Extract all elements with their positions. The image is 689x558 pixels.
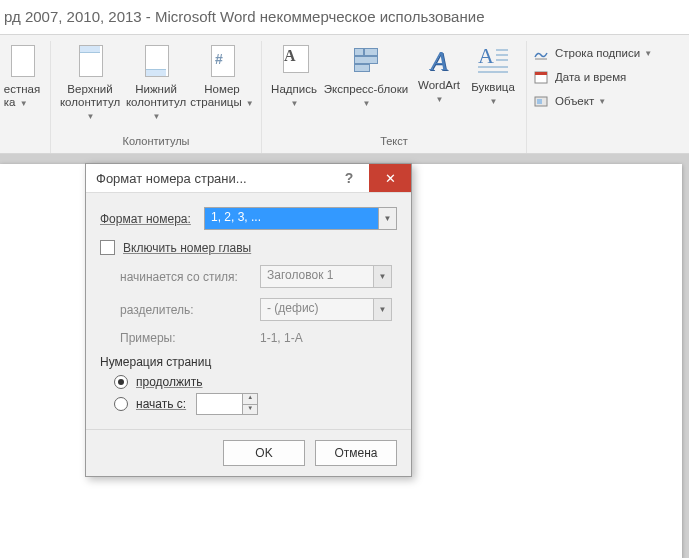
page-numbering-label: Нумерация страниц xyxy=(100,355,397,369)
start-at-label: начать с: xyxy=(136,397,186,411)
sigline-label: Строка подписи xyxy=(555,47,640,59)
number-format-value: 1, 2, 3, ... xyxy=(205,208,378,229)
dropcap-label: Буквица xyxy=(471,81,515,93)
chevron-down-icon: ▼ xyxy=(598,97,606,106)
continue-label: продолжить xyxy=(136,375,202,389)
spin-down-icon[interactable]: ▼ xyxy=(243,405,257,415)
svg-rect-4 xyxy=(537,99,542,104)
truncated-label-1: естная xyxy=(4,83,40,95)
include-chapter-label: Включить номер главы xyxy=(123,241,251,255)
truncated-label-2: ка xyxy=(4,96,16,108)
chapter-style-value: Заголовок 1 xyxy=(261,266,373,287)
signature-line-button[interactable]: Строка подписи ▼ xyxy=(531,43,654,63)
dialog-title: Формат номера страни... xyxy=(96,171,329,186)
help-icon: ? xyxy=(345,170,354,186)
ok-label: OK xyxy=(255,446,272,460)
examples-value: 1-1, 1-A xyxy=(260,331,303,345)
page-number-button[interactable]: # Номер страницы ▼ xyxy=(189,41,255,110)
signature-icon xyxy=(533,45,549,61)
header-button[interactable]: Верхний колонтитул ▼ xyxy=(57,41,123,123)
close-icon: ✕ xyxy=(385,171,396,186)
chevron-down-icon: ▼ xyxy=(644,49,652,58)
chevron-down-icon: ▼ xyxy=(363,99,371,108)
group-label-empty xyxy=(20,135,23,150)
pgnum-label-2: страницы xyxy=(190,96,241,108)
examples-label: Примеры: xyxy=(120,331,260,345)
wordart-label: WordArt xyxy=(418,79,460,91)
footer-icon xyxy=(139,43,173,79)
chevron-down-icon: ▼ xyxy=(246,99,254,108)
textbox-label: Надпись xyxy=(271,83,317,95)
quick-parts-button[interactable]: Экспресс-блоки ▼ xyxy=(320,41,412,110)
drop-cap-button[interactable]: A Буквица ▼ xyxy=(466,41,520,108)
cancel-button[interactable]: Отмена xyxy=(315,440,397,466)
chevron-down-icon: ▼ xyxy=(153,112,161,121)
textbox-icon: A xyxy=(277,43,311,79)
group-label-colontitles: Колонтитулы xyxy=(123,135,190,150)
separator-label: разделитель: xyxy=(120,303,260,317)
chevron-down-icon: ▼ xyxy=(373,266,391,287)
chevron-down-icon: ▼ xyxy=(20,99,28,108)
date-time-button[interactable]: Дата и время xyxy=(531,67,654,87)
footer-label-1: Нижний xyxy=(135,83,177,95)
header-label-2: колонтитул xyxy=(60,96,120,108)
object-label: Объект xyxy=(555,95,594,107)
object-icon xyxy=(533,93,549,109)
object-button[interactable]: Объект ▼ xyxy=(531,91,654,111)
start-at-radio[interactable] xyxy=(114,397,128,411)
window-title: рд 2007, 2010, 2013 - Microsoft Word нек… xyxy=(0,0,689,34)
page-number-icon: # xyxy=(205,43,239,79)
svg-rect-2 xyxy=(535,72,547,75)
number-format-label: Формат номера: xyxy=(100,212,204,226)
start-at-input[interactable]: ▲ ▼ xyxy=(196,393,258,415)
separator-value: - (дефис) xyxy=(261,299,373,320)
textbox-button[interactable]: A Надпись ▼ xyxy=(268,41,320,110)
chevron-down-icon: ▼ xyxy=(490,97,498,106)
start-at-value xyxy=(197,394,242,414)
wordart-icon: A xyxy=(430,43,447,77)
include-chapter-checkbox[interactable] xyxy=(100,240,115,255)
quickparts-label: Экспресс-блоки xyxy=(324,83,408,95)
chevron-down-icon: ▼ xyxy=(373,299,391,320)
chevron-down-icon: ▼ xyxy=(87,112,95,121)
continue-radio[interactable] xyxy=(114,375,128,389)
page-number-format-dialog: Формат номера страни... ? ✕ Формат номер… xyxy=(85,163,412,477)
footer-button[interactable]: Нижний колонтитул ▼ xyxy=(123,41,189,123)
drop-cap-icon: A xyxy=(476,43,510,79)
page-icon xyxy=(5,43,39,79)
separator-combo: - (дефис) ▼ xyxy=(260,298,392,321)
header-icon xyxy=(73,43,107,79)
chevron-down-icon: ▼ xyxy=(436,95,444,104)
dialog-close-button[interactable]: ✕ xyxy=(369,164,411,192)
pgnum-label-1: Номер xyxy=(204,83,239,95)
dialog-help-button[interactable]: ? xyxy=(329,164,369,192)
footer-label-2: колонтитул xyxy=(126,96,186,108)
datetime-label: Дата и время xyxy=(555,71,626,83)
quick-parts-icon xyxy=(349,43,383,79)
ok-button[interactable]: OK xyxy=(223,440,305,466)
chevron-down-icon[interactable]: ▼ xyxy=(378,208,396,229)
ribbon: естная ка ▼ Верхний колонтитул ▼ xyxy=(0,35,689,154)
number-format-combo[interactable]: 1, 2, 3, ... ▼ xyxy=(204,207,397,230)
ribbon-item-truncated[interactable]: естная ка ▼ xyxy=(0,41,44,110)
calendar-icon xyxy=(533,69,549,85)
spin-up-icon[interactable]: ▲ xyxy=(243,394,257,405)
chapter-style-label: начинается со стиля: xyxy=(120,270,260,284)
cancel-label: Отмена xyxy=(334,446,377,460)
chevron-down-icon: ▼ xyxy=(291,99,299,108)
dialog-titlebar[interactable]: Формат номера страни... ? ✕ xyxy=(86,164,411,193)
header-label-1: Верхний xyxy=(67,83,112,95)
chapter-style-combo: Заголовок 1 ▼ xyxy=(260,265,392,288)
wordart-button[interactable]: A WordArt ▼ xyxy=(412,41,466,106)
group-label-text: Текст xyxy=(380,135,408,150)
